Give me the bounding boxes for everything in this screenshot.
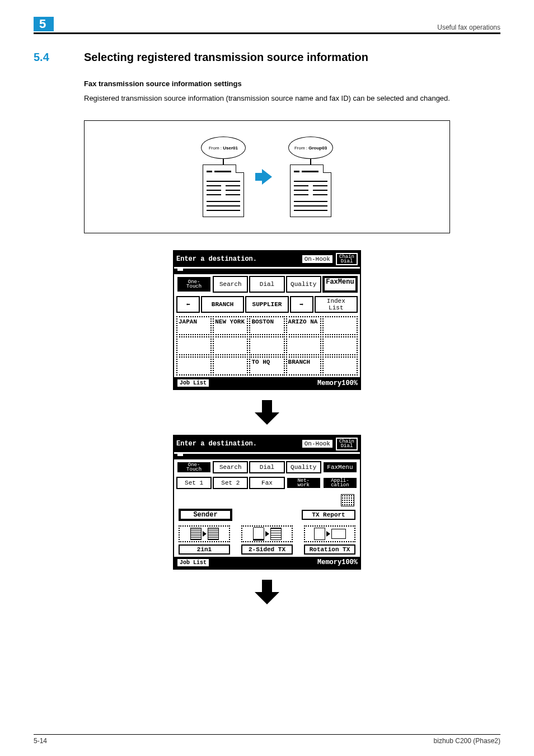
dest-cell[interactable]: ARIZO NA: [286, 316, 321, 335]
tab-quality[interactable]: Quality: [286, 461, 321, 473]
page-lines-icon: [270, 528, 282, 540]
page-icon: [208, 528, 219, 540]
tx-report-button[interactable]: TX Report: [302, 510, 355, 520]
balloon-right: From : Group03: [288, 137, 333, 159]
page-rotated-icon: [331, 529, 346, 539]
chapter-number: 5: [34, 17, 54, 31]
sender-button[interactable]: Sender: [179, 509, 232, 521]
product-name: bizhub C200 (Phase2): [434, 737, 500, 745]
dest-cell[interactable]: [176, 336, 212, 355]
dest-cell[interactable]: BOSTON: [249, 316, 284, 335]
on-hook-button[interactable]: On-Hook: [301, 254, 334, 264]
section-title: Selecting registered transmission source…: [84, 51, 368, 64]
dest-cell[interactable]: [249, 336, 284, 355]
arrow-down-icon: [255, 580, 279, 604]
small-arrow-icon: [265, 531, 269, 537]
rotation-tx-button[interactable]: Rotation TX: [304, 544, 355, 555]
2in1-button[interactable]: 2in1: [179, 544, 230, 555]
keypad-icon: [341, 494, 354, 506]
tab-one-touch[interactable]: One- Touch: [176, 276, 212, 293]
page-header: 5 Useful fax operations: [34, 17, 500, 34]
rotation-icon-group: [304, 525, 355, 542]
balloon-left: From : User01: [201, 137, 246, 159]
illustration-box: From : User01 From : Group03: [84, 120, 450, 233]
lcd-screen-2: Enter a destination. On-Hook Chain Dial …: [173, 435, 361, 570]
small-arrow-icon: [203, 531, 207, 537]
document-icon: [203, 165, 244, 217]
lcd2-message: Enter a destination.: [176, 440, 299, 448]
dest-cell[interactable]: [322, 336, 358, 355]
tab-quality[interactable]: Quality: [286, 276, 321, 293]
2sided-tx-button[interactable]: 2-Sided TX: [241, 544, 293, 555]
dest-cell[interactable]: BRANCH: [286, 356, 321, 375]
chain-dial-button[interactable]: Chain Dial: [336, 438, 358, 450]
dest-cell[interactable]: TO HQ: [249, 356, 284, 375]
tab-search[interactable]: Search: [213, 276, 248, 293]
lcd1-message: Enter a destination.: [176, 255, 299, 263]
job-list-button[interactable]: Job List: [176, 378, 210, 388]
doc-before: From : User01: [198, 137, 249, 217]
application-button[interactable]: Appli- cation: [322, 477, 358, 489]
dest-cell[interactable]: [176, 356, 212, 375]
job-list-button[interactable]: Job List: [176, 558, 210, 567]
body-paragraph: Registered transmission source informati…: [84, 93, 500, 104]
dest-cell[interactable]: [213, 356, 248, 375]
nav-branch[interactable]: BRANCH: [201, 296, 244, 313]
section-heading: 5.4 Selecting registered transmission so…: [34, 51, 500, 64]
set2-button[interactable]: Set 2: [213, 477, 248, 489]
index-list-button[interactable]: Index List: [315, 296, 358, 313]
booklet-icon: [253, 527, 264, 541]
tab-search[interactable]: Search: [213, 461, 248, 473]
network-button[interactable]: Net- work: [286, 477, 321, 489]
nav-supplier[interactable]: SUPPLIER: [245, 296, 288, 313]
nav-left-icon[interactable]: ⬅: [176, 296, 200, 313]
memory-status: Memory100%: [317, 379, 358, 387]
dest-cell[interactable]: [286, 336, 321, 355]
dest-cell[interactable]: [322, 356, 358, 375]
dest-cell[interactable]: JAPAN: [176, 316, 212, 335]
arrow-right-icon: [262, 169, 272, 185]
breadcrumb: Useful fax operations: [437, 24, 500, 31]
memory-status: Memory100%: [317, 558, 358, 566]
balloon-left-text: From : User01: [209, 145, 238, 151]
page-footer: 5-14 bizhub C200 (Phase2): [34, 734, 500, 745]
dest-cell[interactable]: NEW YORK: [213, 316, 248, 335]
nav-right-icon[interactable]: ➡: [290, 296, 313, 313]
chain-dial-button[interactable]: Chain Dial: [336, 253, 358, 265]
balloon-right-text: From : Group03: [294, 145, 327, 151]
arrow-down-icon: [255, 400, 279, 425]
page-icon: [190, 528, 202, 540]
2in1-icon-group: [179, 525, 230, 542]
one-touch-grid: JAPAN NEW YORK BOSTON ARIZO NA TO HQ BRA…: [174, 314, 360, 377]
fax-button[interactable]: Fax: [249, 477, 284, 489]
section-number: 5.4: [34, 51, 84, 64]
small-arrow-icon: [326, 531, 330, 537]
tab-dial[interactable]: Dial: [249, 276, 284, 293]
tab-faxmenu[interactable]: FaxMenu: [322, 276, 358, 293]
tab-dial[interactable]: Dial: [249, 461, 284, 473]
tab-faxmenu[interactable]: FaxMenu: [322, 461, 358, 473]
2sided-icon-group: [241, 525, 293, 542]
page-number: 5-14: [34, 737, 47, 745]
doc-after: From : Group03: [285, 137, 336, 217]
tab-one-touch[interactable]: One- Touch: [176, 461, 212, 473]
page-icon: [314, 528, 325, 540]
lcd-screen-1: Enter a destination. On-Hook Chain Dial …: [173, 250, 361, 390]
on-hook-button[interactable]: On-Hook: [301, 439, 334, 449]
document-icon: [290, 165, 331, 217]
dest-cell[interactable]: [322, 316, 358, 335]
set1-button[interactable]: Set 1: [176, 477, 212, 489]
subheading: Fax transmission source information sett…: [84, 79, 500, 88]
dest-cell[interactable]: [213, 336, 248, 355]
